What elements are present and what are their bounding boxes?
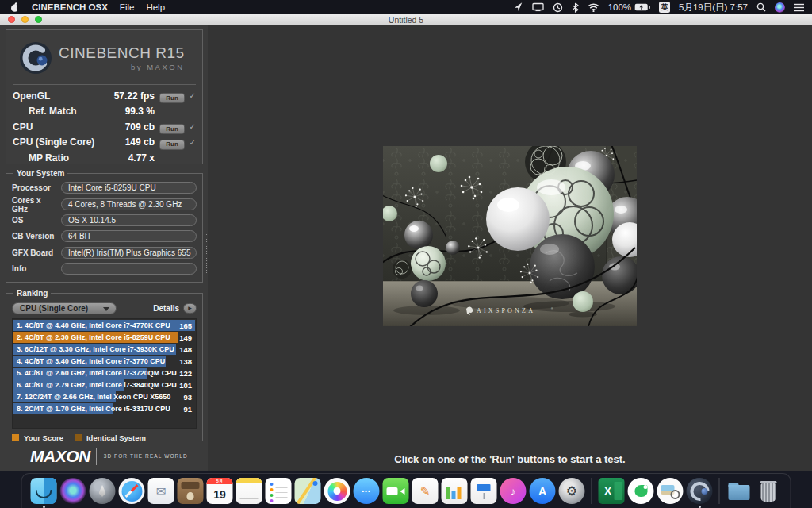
ranking-row-score: 122 <box>179 369 192 378</box>
result-label: CPU <box>13 121 98 133</box>
keynote-dock-icon[interactable] <box>471 478 497 504</box>
excel-dock-icon[interactable]: X <box>599 478 625 504</box>
ranking-row[interactable]: 6. 4C/8T @ 2.79 GHz, Intel Core i7-3840Q… <box>13 379 195 391</box>
photos-dock-icon[interactable] <box>324 478 350 504</box>
close-button[interactable] <box>8 16 15 23</box>
maps-dock-icon[interactable] <box>295 478 321 504</box>
render-preview-image: AIXSPONZA ® <box>383 146 637 326</box>
maxon-tagline: 3D FOR THE REAL WORLD <box>104 453 188 459</box>
ranking-row-label: 6. 4C/8T @ 2.79 GHz, Intel Core i7-3840Q… <box>17 381 177 389</box>
results-box: CINEBENCH R15 by MAXON OpenGL 57.22 fps … <box>6 29 203 164</box>
itunes-dock-icon[interactable]: ♪ <box>500 478 527 504</box>
battery-status[interactable]: 100% <box>608 2 650 12</box>
field-label: OS <box>12 216 56 225</box>
numbers-dock-icon[interactable] <box>442 478 468 504</box>
window-title-bar: Untitled 5 <box>0 14 812 25</box>
siri-icon[interactable] <box>775 2 785 13</box>
bluetooth-icon[interactable] <box>572 2 579 13</box>
ranking-row-label: 2. 4C/8T @ 2.30 GHz, Intel Core i5-8259U… <box>17 333 170 341</box>
hint-text: Click on one of the 'Run' buttons to sta… <box>208 453 812 465</box>
spotlight-icon[interactable] <box>756 2 766 12</box>
result-value: 4.77 x <box>98 152 155 164</box>
numbers-icon <box>442 478 468 504</box>
safari-dock-icon[interactable] <box>119 478 145 504</box>
reminders-dock-icon[interactable] <box>266 478 292 504</box>
cinebench-logo-icon <box>19 41 52 75</box>
trash-dock-icon[interactable] <box>756 478 782 504</box>
airplay-display-icon[interactable] <box>532 2 544 12</box>
ranking-list: 1. 4C/8T @ 4.40 GHz, Intel Core i7-4770K… <box>12 318 197 429</box>
run-cpu-button[interactable]: Run <box>159 124 185 134</box>
menu-clock[interactable]: 5月19日(日) 7:57 <box>679 2 748 13</box>
ranking-row[interactable]: 1. 4C/8T @ 4.40 GHz, Intel Core i7-4770K… <box>13 320 195 331</box>
launchpad-dock-icon[interactable] <box>90 478 116 504</box>
zoom-button[interactable] <box>35 16 42 23</box>
input-source-icon[interactable]: 英 <box>659 2 670 13</box>
menu-help[interactable]: Help <box>146 2 165 12</box>
menu-file[interactable]: File <box>120 2 135 12</box>
sysprefs-dock-icon[interactable]: ⚙ <box>559 478 585 504</box>
appstore-dock-icon[interactable]: A <box>530 478 556 504</box>
cinebench-dock-icon[interactable] <box>687 478 713 504</box>
downloads-icon <box>726 478 753 504</box>
evernote-dock-icon[interactable] <box>628 478 654 504</box>
menu-app-name[interactable]: CINEBENCH OSX <box>32 2 108 12</box>
mail-dock-icon[interactable]: ✉ <box>148 478 174 504</box>
ranking-row[interactable]: 7. 12C/24T @ 2.66 GHz, Intel Xeon CPU X5… <box>13 391 195 402</box>
run-opengl-button[interactable]: Run <box>159 93 185 103</box>
location-icon[interactable] <box>514 2 523 12</box>
result-label: CPU (Single Core) <box>13 137 98 148</box>
divider <box>13 84 196 85</box>
excel-icon: X <box>599 478 625 504</box>
battery-icon <box>634 3 650 11</box>
ranking-row[interactable]: 5. 4C/8T @ 2.60 GHz, Intel Core i7-3720Q… <box>13 368 195 379</box>
run-cpu-single-button[interactable]: Run <box>159 140 185 150</box>
cores-ghz-field: 4 Cores, 8 Threads @ 2.30 GHz <box>61 198 197 210</box>
contacts-dock-icon[interactable] <box>178 478 204 504</box>
siri-dock-icon[interactable] <box>60 478 86 504</box>
legend-swatch <box>12 434 19 441</box>
pages-dock-icon[interactable]: ✎ <box>412 478 439 504</box>
ranking-row[interactable]: 4. 4C/8T @ 3.40 GHz, Intel Core i7-3770 … <box>13 356 195 367</box>
siri-icon <box>60 478 86 504</box>
notification-center-icon[interactable] <box>794 3 804 12</box>
result-label: OpenGL <box>13 90 98 102</box>
reminders-icon <box>266 478 292 504</box>
result-label: Ref. Match <box>13 106 98 117</box>
panel-resize-grip[interactable] <box>205 233 211 276</box>
notes-icon <box>236 478 262 504</box>
ranking-row[interactable]: 3. 6C/12T @ 3.30 GHz, Intel Core i7-3930… <box>13 344 195 355</box>
ranking-row[interactable]: 2. 4C/8T @ 2.30 GHz, Intel Core i5-8259U… <box>13 332 195 343</box>
appstore-icon: A <box>530 478 556 504</box>
result-value: 99.3 % <box>98 106 155 117</box>
messages-dock-icon[interactable]: ••• <box>354 478 380 504</box>
ranking-row[interactable]: 8. 2C/4T @ 1.70 GHz, Intel Core i5-3317U… <box>13 403 195 414</box>
maxon-footer: MAXON 3D FOR THE REAL WORLD <box>0 441 208 471</box>
wifi-icon[interactable] <box>588 3 599 12</box>
preview-dock-icon[interactable] <box>657 478 684 504</box>
calendar-icon <box>207 478 233 504</box>
ranking-filter-dropdown[interactable]: CPU (Single Core) <box>12 302 117 314</box>
minimize-button[interactable] <box>21 16 29 23</box>
launchpad-icon <box>90 478 116 504</box>
calendar-dock-icon[interactable] <box>207 478 233 504</box>
logo-subtitle: by MAXON <box>59 63 185 71</box>
apple-menu-icon[interactable] <box>10 2 20 13</box>
info-field <box>61 263 197 275</box>
divider <box>96 448 97 465</box>
ranking-row-label: 5. 4C/8T @ 2.60 GHz, Intel Core i7-3720Q… <box>17 369 177 377</box>
result-row-cpu: CPU 709 cb Run ✓ <box>13 119 196 135</box>
finder-dock-icon[interactable] <box>31 478 57 504</box>
facetime-dock-icon[interactable] <box>383 478 409 504</box>
trash-icon <box>756 478 782 504</box>
details-button[interactable]: ▶ <box>183 303 197 314</box>
window-content: CINEBENCH R15 by MAXON OpenGL 57.22 fps … <box>0 25 812 471</box>
ranking-row-score: 165 <box>179 321 192 330</box>
your-system-title: Your System <box>13 169 67 178</box>
photos-icon <box>324 478 350 504</box>
downloads-dock-icon[interactable] <box>726 478 753 504</box>
notes-dock-icon[interactable] <box>236 478 262 504</box>
ranking-box: Ranking CPU (Single Core) Details ▶ 1. 4… <box>6 289 203 441</box>
time-machine-icon[interactable] <box>553 2 563 13</box>
logo-title: CINEBENCH R15 <box>59 44 185 62</box>
